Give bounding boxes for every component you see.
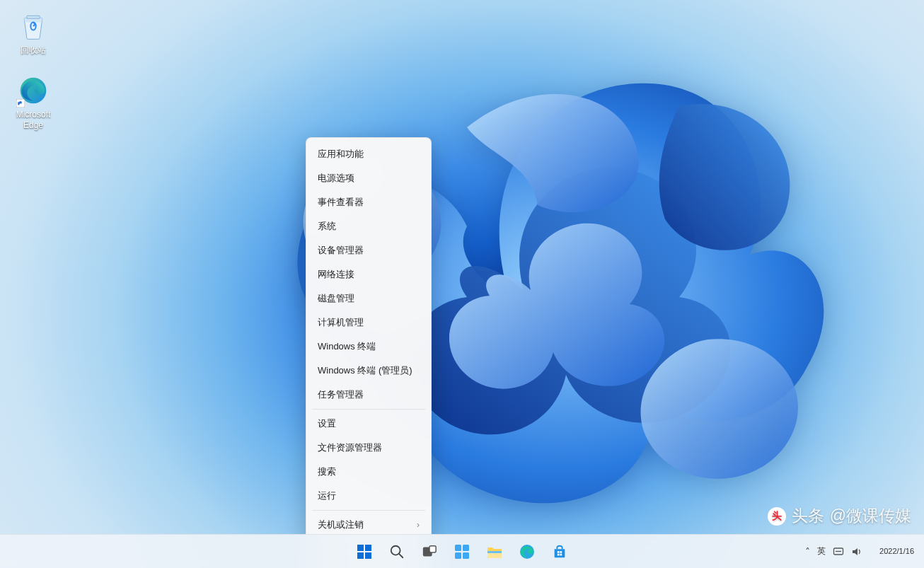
menu-item-label: 应用和功能	[318, 148, 364, 161]
menu-item-label: 设置	[318, 417, 336, 430]
menu-separator	[312, 409, 425, 410]
start-button[interactable]	[350, 538, 379, 566]
system-tray: ˄ 英 2022/1/16	[801, 535, 920, 568]
clock-date: 2022/1/16	[879, 547, 914, 556]
svg-rect-2	[16, 99, 25, 108]
svg-rect-10	[429, 545, 436, 552]
input-method-icon[interactable]	[833, 546, 844, 557]
menu-item-label: 设备管理器	[318, 244, 364, 257]
volume-icon[interactable]	[851, 546, 862, 557]
menu-item[interactable]: 搜索	[306, 460, 431, 484]
watermark: 头 头条 @微课传媒	[768, 505, 911, 527]
desktop[interactable]: 回收站	[0, 0, 924, 568]
menu-item-label: 搜索	[318, 465, 336, 478]
svg-rect-5	[357, 552, 364, 559]
widgets-icon	[454, 543, 470, 560]
svg-line-8	[399, 554, 403, 557]
menu-item[interactable]: 网络连接	[306, 262, 431, 286]
taskbar-clock[interactable]: 2022/1/16	[874, 547, 920, 556]
menu-item[interactable]: 事件查看器	[306, 190, 431, 214]
menu-item[interactable]: 应用和功能	[306, 142, 431, 166]
ime-language-indicator[interactable]: 英	[817, 545, 826, 557]
menu-item-label: 电源选项	[318, 172, 354, 185]
desktop-icon-edge[interactable]: Microsoft Edge	[6, 70, 61, 134]
menu-item-label: 系统	[318, 220, 336, 233]
file-explorer-icon	[486, 544, 503, 560]
task-view-icon	[422, 544, 437, 560]
wallpaper-bloom	[170, 42, 863, 538]
menu-item-label: 网络连接	[318, 268, 354, 281]
menu-item-label: 文件资源管理器	[318, 441, 382, 454]
menu-item-label: Windows 终端 (管理员)	[318, 364, 412, 377]
menu-item[interactable]: Windows 终端 (管理员)	[306, 359, 431, 383]
svg-rect-21	[560, 553, 562, 555]
windows-logo-icon	[356, 543, 373, 560]
desktop-icon-label: 回收站	[21, 45, 46, 56]
edge-icon	[17, 74, 50, 107]
menu-item[interactable]: 计算机管理	[306, 311, 431, 335]
watermark-handle: @微课传媒	[830, 505, 911, 527]
menu-item-label: 运行	[318, 489, 336, 502]
menu-item[interactable]: 文件资源管理器	[306, 436, 431, 460]
search-icon	[389, 544, 405, 560]
menu-item-label: Windows 终端	[318, 340, 376, 353]
svg-rect-0	[27, 16, 40, 18]
edge-icon	[519, 543, 536, 560]
chevron-right-icon: ›	[417, 520, 420, 530]
search-button[interactable]	[383, 538, 411, 566]
menu-item[interactable]: 设置	[306, 412, 431, 436]
desktop-icon-label: Microsoft Edge	[16, 110, 51, 131]
svg-rect-3	[357, 545, 364, 551]
menu-item[interactable]: Windows 终端	[306, 335, 431, 359]
edge-button[interactable]	[513, 538, 541, 566]
svg-rect-11	[455, 545, 461, 551]
watermark-badge-icon: 头	[768, 507, 786, 526]
menu-item[interactable]: 电源选项	[306, 166, 431, 190]
svg-rect-4	[365, 545, 371, 551]
desktop-icons: 回收站	[6, 6, 61, 145]
store-icon	[552, 544, 567, 560]
svg-rect-14	[463, 552, 469, 559]
menu-item-label: 计算机管理	[318, 316, 364, 329]
svg-rect-19	[560, 551, 562, 553]
task-view-button[interactable]	[415, 538, 444, 566]
menu-item[interactable]: 磁盘管理	[306, 286, 431, 311]
menu-item[interactable]: 关机或注销›	[306, 513, 431, 537]
menu-item-label: 任务管理器	[318, 388, 364, 401]
menu-item[interactable]: 运行	[306, 484, 431, 508]
menu-item[interactable]: 任务管理器	[306, 383, 431, 407]
menu-item-label: 磁盘管理	[318, 292, 354, 305]
svg-rect-18	[558, 551, 560, 553]
menu-item-label: 事件查看器	[318, 196, 364, 209]
recycle-bin-icon	[17, 10, 50, 42]
file-explorer-button[interactable]	[480, 538, 509, 566]
widgets-button[interactable]	[448, 538, 476, 566]
store-button[interactable]	[545, 538, 574, 566]
svg-rect-16	[487, 551, 502, 553]
svg-rect-6	[365, 552, 371, 559]
menu-item[interactable]: 设备管理器	[306, 238, 431, 262]
watermark-brand: 头条	[792, 505, 824, 527]
svg-rect-20	[558, 553, 560, 555]
menu-separator	[312, 510, 425, 511]
taskbar: ˄ 英 2022/1/16	[0, 534, 924, 568]
svg-rect-12	[463, 545, 469, 551]
winx-context-menu: 应用和功能电源选项事件查看器系统设备管理器网络连接磁盘管理计算机管理Window…	[306, 137, 432, 568]
menu-item[interactable]: 系统	[306, 214, 431, 238]
tray-chevron-up-icon[interactable]: ˄	[805, 546, 810, 557]
taskbar-center	[350, 538, 574, 566]
desktop-icon-recycle-bin[interactable]: 回收站	[6, 6, 61, 59]
svg-rect-13	[455, 552, 461, 559]
menu-item-label: 关机或注销	[318, 518, 364, 531]
